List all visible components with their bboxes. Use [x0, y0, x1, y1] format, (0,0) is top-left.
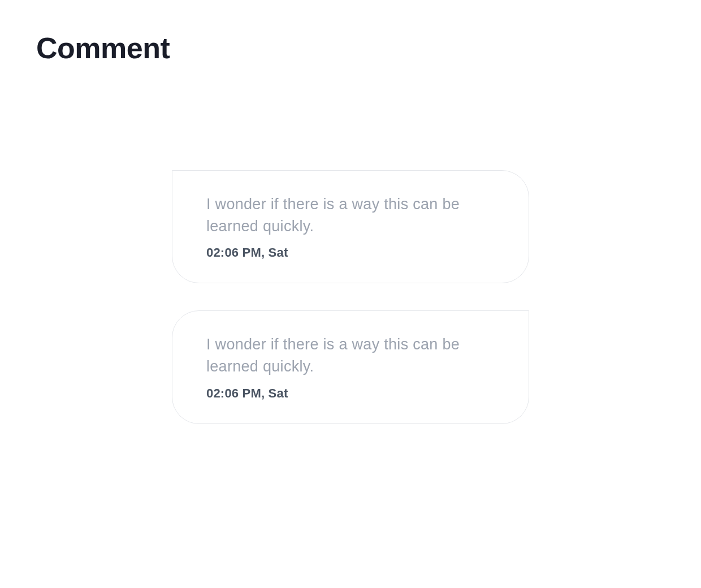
page-title: Comment [0, 0, 701, 65]
comments-list: I wonder if there is a way this can be l… [0, 170, 701, 424]
comment-timestamp: 02:06 PM, Sat [206, 386, 495, 401]
comment-text: I wonder if there is a way this can be l… [206, 334, 495, 378]
comment-item: I wonder if there is a way this can be l… [172, 310, 529, 423]
comment-timestamp: 02:06 PM, Sat [206, 245, 495, 260]
comment-text: I wonder if there is a way this can be l… [206, 193, 495, 237]
comment-item: I wonder if there is a way this can be l… [172, 170, 529, 283]
